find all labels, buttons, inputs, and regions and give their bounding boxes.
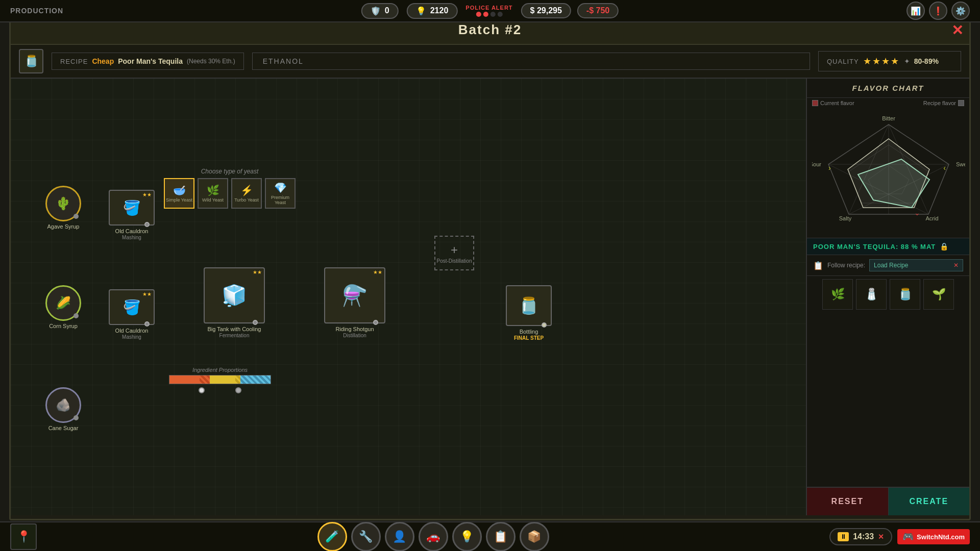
- taskbar-icon-idea[interactable]: 💡: [452, 522, 482, 551]
- distillation-sublabel: Distillation: [343, 333, 366, 338]
- ingredient-slot-4[interactable]: 🌱: [923, 279, 954, 310]
- proportions-bar[interactable]: [169, 375, 271, 384]
- load-recipe-close[interactable]: ✕: [953, 262, 959, 269]
- ingredient-slot-3[interactable]: 🫙: [890, 279, 920, 310]
- create-button[interactable]: CREATE: [889, 488, 970, 515]
- quality-stars: ★★★★: [863, 56, 900, 67]
- recipe-legend-color: [958, 100, 964, 106]
- police-dot-3: [490, 12, 495, 17]
- fermentation-sublabel: Fermentation: [219, 333, 250, 338]
- svg-text:Bitter: Bitter: [882, 115, 895, 121]
- follow-label: Follow recipe:: [827, 262, 865, 269]
- flavor-legend: Current flavor Recipe flavor: [807, 98, 969, 108]
- taskbar-icon-notes[interactable]: 📋: [486, 522, 516, 551]
- ethanol-display: ETHANOL: [252, 53, 810, 70]
- recipe-cheap: Cheap: [92, 57, 114, 65]
- taskbar-icon-tools[interactable]: 🔧: [351, 522, 381, 551]
- timer-box: ⏸ 14:33 ✕: [829, 528, 892, 545]
- turbo-yeast-icon: ⚡: [240, 184, 253, 196]
- police-dot-2: [483, 12, 488, 17]
- taskbar-icon-package[interactable]: 📦: [520, 522, 549, 551]
- agave-syrup-circle[interactable]: 🌵: [45, 186, 81, 221]
- prop-seg-1: [169, 375, 200, 384]
- close-button[interactable]: ✕: [951, 21, 963, 38]
- timer-pause-button[interactable]: ⏸: [838, 532, 849, 541]
- taskbar-icon-person[interactable]: 👤: [385, 522, 414, 551]
- main-modal: Batch #2 ✕ 🫙 RECIPE Cheap Poor Man's Teq…: [9, 14, 971, 520]
- simple-yeast-option[interactable]: 🥣 Simple Yeast: [164, 178, 194, 209]
- alert-button[interactable]: ❗: [929, 2, 947, 20]
- cane-sugar-node[interactable]: 🪨 Cane Sugar: [45, 387, 81, 431]
- timer-close-button[interactable]: ✕: [878, 533, 884, 541]
- bottling-output-dot: [542, 322, 547, 328]
- distillation-box[interactable]: ⚗️ ★★: [324, 267, 385, 323]
- mashing1-label: Old Cauldron: [115, 228, 149, 235]
- taskbar-icon-car[interactable]: 🚗: [419, 522, 448, 551]
- cane-sugar-icon: 🪨: [56, 398, 71, 412]
- simple-yeast-label: Simple Yeast: [166, 197, 192, 203]
- svg-text:Sour: Sour: [812, 161, 821, 167]
- distillation-node[interactable]: ⚗️ ★★ Riding Shotgun Distillation: [324, 267, 385, 338]
- taskbar-icon-brewing[interactable]: 🧪: [317, 522, 347, 551]
- mashing2-sublabel: Mashing: [122, 334, 141, 340]
- mashing1-node[interactable]: 🪣 ★★ Old Cauldron Mashing: [109, 190, 155, 240]
- taskbar-right: ⏸ 14:33 ✕ 🎮 SwitchNtd.com: [829, 528, 970, 545]
- taskbar-map-button[interactable]: 📍: [10, 523, 37, 550]
- agave-syrup-label: Agave Syrup: [47, 223, 80, 230]
- modal-title: Batch #2: [458, 22, 522, 38]
- corn-syrup-node[interactable]: 🌽 Corn Syrup: [45, 285, 81, 329]
- turbo-yeast-label: Turbo Yeast: [234, 197, 259, 203]
- prop-marker-1[interactable]: [199, 387, 205, 393]
- wild-yeast-option[interactable]: 🌿 Wild Yeast: [198, 178, 228, 209]
- distillation-icon: ⚗️: [342, 284, 368, 308]
- timer-value: 14:33: [853, 532, 874, 541]
- corn-syrup-circle[interactable]: 🌽: [45, 285, 81, 321]
- yeast-choose-label: Choose type of yeast: [201, 168, 259, 175]
- mashing1-box[interactable]: 🪣 ★★: [109, 190, 155, 226]
- bottling-node[interactable]: 🫙 Bottling FINAL STEP: [506, 285, 552, 341]
- production-area: Choose type of yeast 🥣 Simple Yeast 🌿 Wi…: [11, 79, 806, 515]
- match-text: POOR MAN'S TEQUILA: 88 % MAT: [813, 243, 936, 251]
- bottling-box[interactable]: 🫙: [506, 285, 552, 326]
- energy-stat[interactable]: 💡 2120: [407, 3, 458, 19]
- svg-text:›: ›: [828, 164, 831, 172]
- quality-pct: 80-89%: [914, 57, 939, 65]
- top-center-area: 🛡️ 0 💡 2120 POLICE ALERT $ 29,295 -$ 750: [361, 3, 619, 19]
- reset-button[interactable]: RESET: [807, 488, 889, 515]
- svg-text:›: ›: [943, 164, 946, 172]
- energy-value: 2120: [430, 6, 449, 15]
- ingredient-slot-1[interactable]: 🌿: [822, 279, 853, 310]
- prop-marker-2[interactable]: [235, 387, 241, 393]
- fermentation-node[interactable]: 🧊 ★★ Big Tank with Cooling Fermentation: [204, 267, 265, 338]
- agave-syrup-dot: [74, 214, 79, 219]
- corn-syrup-label: Corn Syrup: [49, 323, 78, 329]
- premium-yeast-option[interactable]: 💎 Premium Yeast: [265, 178, 296, 209]
- turbo-yeast-option[interactable]: ⚡ Turbo Yeast: [231, 178, 262, 209]
- health-stat[interactable]: 🛡️ 0: [361, 3, 399, 19]
- current-legend-item: Current flavor: [812, 100, 854, 106]
- mashing2-node[interactable]: 🪣 ★★ Old Cauldron Mashing: [109, 289, 155, 340]
- load-recipe-button[interactable]: Load Recipe ✕: [869, 259, 963, 271]
- ingredients-row: 🌿 🧂 🫙 🌱: [807, 276, 969, 313]
- ingredient-slot-2[interactable]: 🧂: [856, 279, 887, 310]
- corn-syrup-icon: 🌽: [56, 296, 71, 310]
- post-distillation-node[interactable]: + Post-Distillation: [434, 236, 474, 270]
- fermentation-box[interactable]: 🧊 ★★: [204, 267, 265, 323]
- money-negative: -$ 750: [577, 3, 619, 18]
- mashing2-box[interactable]: 🪣 ★★: [109, 289, 155, 325]
- top-left-area: PRODUCTION: [10, 7, 63, 15]
- police-dots: [465, 12, 512, 17]
- match-bar: POOR MAN'S TEQUILA: 88 % MAT 🔒: [807, 238, 969, 255]
- recipe-name: Poor Man's Tequila: [118, 57, 183, 65]
- agave-syrup-node[interactable]: 🌵 Agave Syrup: [45, 186, 81, 230]
- ethanol-label: ETHANOL: [263, 57, 304, 65]
- cane-sugar-circle[interactable]: 🪨: [45, 387, 81, 423]
- taskbar: 📍 🧪 🔧 👤 🚗 💡 📋 📦 ⏸ 14:33 ✕ 🎮 SwitchNtd.co…: [0, 521, 980, 551]
- stats-button[interactable]: 📊: [906, 2, 925, 20]
- settings-button[interactable]: ⚙️: [951, 2, 970, 20]
- nintendo-label: SwitchNtd.com: [917, 533, 965, 541]
- mashing1-icon: 🪣: [123, 199, 141, 216]
- svg-text:Salty: Salty: [839, 215, 852, 221]
- money-box: $ 29,295 -$ 750: [521, 3, 619, 18]
- load-recipe-text: Load Recipe: [874, 262, 908, 269]
